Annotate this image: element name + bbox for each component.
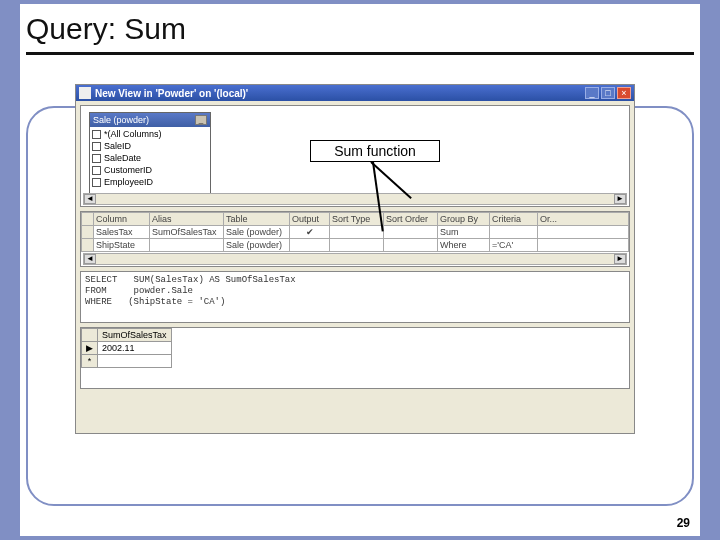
page-number: 29 <box>677 516 690 530</box>
criteria-grid[interactable]: Column Alias Table Output Sort Type Sort… <box>81 212 629 252</box>
table-box-header[interactable]: Sale (powder) _ <box>90 113 210 127</box>
slide-title: Query: Sum <box>26 12 694 46</box>
diagram-scrollbar[interactable]: ◄ ► <box>83 193 627 205</box>
title-area: Query: Sum <box>20 4 700 57</box>
list-item[interactable]: EmployeeID <box>92 176 208 188</box>
callout-label: Sum function <box>334 143 416 159</box>
grid-cell[interactable] <box>330 239 384 252</box>
scroll-right-icon[interactable]: ► <box>614 194 626 204</box>
callout-box: Sum function <box>310 140 440 162</box>
scroll-left-icon[interactable]: ◄ <box>84 254 96 264</box>
grid-cell[interactable]: Where <box>438 239 490 252</box>
list-item[interactable]: SaleID <box>92 140 208 152</box>
grid-header[interactable]: Alias <box>150 213 224 226</box>
grid-header[interactable]: Criteria <box>490 213 538 226</box>
checkbox-icon[interactable] <box>92 166 101 175</box>
grid-scrollbar[interactable]: ◄ ► <box>83 253 627 265</box>
grid-row[interactable]: ShipState Sale (powder) Where ='CA' <box>82 239 629 252</box>
grid-header[interactable]: Table <box>224 213 290 226</box>
grid-cell[interactable]: Sale (powder) <box>224 226 290 239</box>
results-pane: SumOfSalesTax ▶2002.11 * <box>80 327 630 389</box>
grid-cell[interactable] <box>490 226 538 239</box>
app-icon <box>79 87 91 99</box>
grid-header[interactable]: Group By <box>438 213 490 226</box>
table-box-sale[interactable]: Sale (powder) _ *(All Columns) SaleID Sa… <box>89 112 211 202</box>
grid-cell[interactable] <box>538 226 629 239</box>
grid-cell[interactable]: Sale (powder) <box>224 239 290 252</box>
table-column-list: *(All Columns) SaleID SaleDate CustomerI… <box>90 127 210 189</box>
grid-header[interactable]: Sort Order <box>384 213 438 226</box>
table-box-title: Sale (powder) <box>93 115 149 125</box>
checkbox-icon[interactable] <box>92 178 101 187</box>
grid-row[interactable]: SalesTax SumOfSalesTax Sale (powder) ✔ S… <box>82 226 629 239</box>
grid-header[interactable]: Sort Type <box>330 213 384 226</box>
scroll-right-icon[interactable]: ► <box>614 254 626 264</box>
slide-frame: Query: Sum New View in 'Powder' on '(loc… <box>0 0 720 540</box>
grid-cell[interactable]: SalesTax <box>94 226 150 239</box>
list-item[interactable]: CustomerID <box>92 164 208 176</box>
grid-header[interactable]: Or... <box>538 213 629 226</box>
minimize-button[interactable]: _ <box>585 87 599 99</box>
grid-cell[interactable]: Sum <box>438 226 490 239</box>
grid-cell-output[interactable] <box>290 239 330 252</box>
criteria-grid-pane: Column Alias Table Output Sort Type Sort… <box>80 211 630 267</box>
grid-cell[interactable]: ShipState <box>94 239 150 252</box>
grid-cell[interactable]: ='CA' <box>490 239 538 252</box>
result-header[interactable]: SumOfSalesTax <box>98 329 172 342</box>
checkbox-icon[interactable] <box>92 130 101 139</box>
grid-cell[interactable] <box>330 226 384 239</box>
title-underline <box>26 52 694 55</box>
grid-cell[interactable] <box>538 239 629 252</box>
close-button[interactable]: × <box>617 87 631 99</box>
grid-header[interactable]: Output <box>290 213 330 226</box>
results-grid[interactable]: SumOfSalesTax ▶2002.11 * <box>81 328 172 368</box>
row-indicator-icon: ▶ <box>82 342 98 355</box>
new-row-icon: * <box>82 355 98 368</box>
app-window: New View in 'Powder' on '(local)' _ □ × … <box>75 84 635 434</box>
grid-header-row: Column Alias Table Output Sort Type Sort… <box>82 213 629 226</box>
grid-header[interactable]: Column <box>94 213 150 226</box>
sql-text[interactable]: SELECT SUM(SalesTax) AS SumOfSalesTax FR… <box>81 272 629 311</box>
grid-cell[interactable]: SumOfSalesTax <box>150 226 224 239</box>
checkbox-icon[interactable] <box>92 154 101 163</box>
sql-pane[interactable]: SELECT SUM(SalesTax) AS SumOfSalesTax FR… <box>80 271 630 323</box>
window-title: New View in 'Powder' on '(local)' <box>95 88 585 99</box>
table-box-collapse-icon[interactable]: _ <box>195 115 207 125</box>
grid-cell[interactable] <box>384 239 438 252</box>
maximize-button[interactable]: □ <box>601 87 615 99</box>
list-item[interactable]: *(All Columns) <box>92 128 208 140</box>
grid-cell[interactable] <box>150 239 224 252</box>
checkbox-icon[interactable] <box>92 142 101 151</box>
list-item[interactable]: SaleDate <box>92 152 208 164</box>
scroll-left-icon[interactable]: ◄ <box>84 194 96 204</box>
window-titlebar[interactable]: New View in 'Powder' on '(local)' _ □ × <box>76 85 634 101</box>
result-cell[interactable]: 2002.11 <box>98 342 172 355</box>
grid-cell[interactable] <box>384 226 438 239</box>
result-cell-empty[interactable] <box>98 355 172 368</box>
grid-cell-output[interactable]: ✔ <box>290 226 330 239</box>
